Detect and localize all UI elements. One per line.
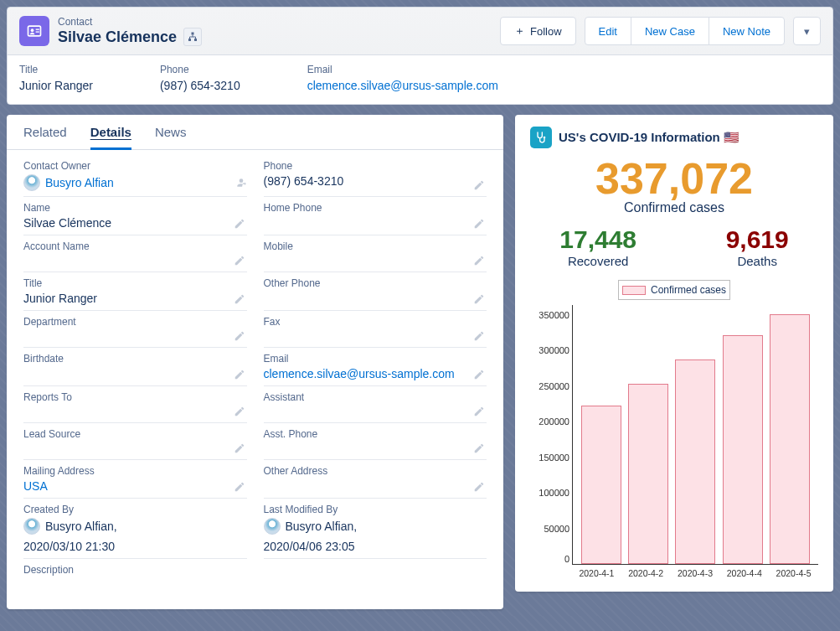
field-mobile: Mobile xyxy=(264,235,487,272)
svg-rect-3 xyxy=(36,31,39,32)
created-by-link[interactable]: Busyro Alfian xyxy=(45,520,114,533)
field-department: Department xyxy=(23,311,247,348)
new-note-button[interactable]: New Note xyxy=(709,17,785,45)
field-asst-phone: Asst. Phone xyxy=(264,423,487,460)
edit-icon[interactable] xyxy=(234,369,245,380)
svg-rect-6 xyxy=(194,39,197,41)
chart-bars xyxy=(573,305,818,564)
created-by-date: 2020/03/10 21:30 xyxy=(23,540,247,553)
edit-icon[interactable] xyxy=(234,406,245,417)
edit-icon[interactable] xyxy=(473,293,485,305)
details-card: Related Details News Contact Owner Busyr… xyxy=(7,115,503,609)
edit-icon[interactable] xyxy=(234,255,245,266)
edit-icon[interactable] xyxy=(473,481,485,493)
highlights-panel: Title Junior Ranger Phone (987) 654-3210… xyxy=(8,54,832,104)
covid-widget: US's COVID-19 Information 🇺🇸 337,072 Con… xyxy=(515,115,833,592)
edit-icon[interactable] xyxy=(234,330,245,342)
edit-icon[interactable] xyxy=(234,293,245,305)
edit-icon[interactable] xyxy=(473,218,485,230)
svg-rect-4 xyxy=(192,33,194,35)
legend-swatch xyxy=(622,286,646,295)
hl-title-value: Junior Ranger xyxy=(19,79,93,92)
widget-title: US's COVID-19 Information 🇺🇸 xyxy=(559,130,740,145)
field-phone: Phone (987) 654-3210 xyxy=(264,155,487,197)
edit-icon[interactable] xyxy=(234,481,245,493)
recovered-value: 17,448 xyxy=(559,225,636,254)
field-birthdate: Birthdate xyxy=(23,348,247,386)
hierarchy-icon[interactable] xyxy=(183,28,202,46)
contact-icon xyxy=(19,16,49,46)
field-other-address: Other Address xyxy=(264,460,487,499)
field-home-phone: Home Phone xyxy=(264,197,487,235)
chart-bar xyxy=(628,384,668,564)
chart-legend: Confirmed cases xyxy=(618,280,730,300)
bar-chart: Confirmed cases 350000300000250000200000… xyxy=(515,280,833,592)
hl-email-value[interactable]: clemence.silvae@ursus-sample.com xyxy=(307,79,498,92)
object-label: Contact xyxy=(58,16,202,28)
plus-icon: ＋ xyxy=(514,23,525,39)
edit-icon[interactable] xyxy=(473,369,485,380)
change-owner-icon[interactable] xyxy=(235,177,247,189)
avatar-icon xyxy=(264,518,281,535)
edit-button[interactable]: Edit xyxy=(585,17,631,45)
field-account-name: Account Name xyxy=(23,235,247,272)
contact-owner-link[interactable]: Busyro Alfian xyxy=(45,176,114,189)
last-modified-by-date: 2020/04/06 23:05 xyxy=(264,540,487,553)
field-title: Title Junior Ranger xyxy=(23,272,247,311)
recovered-label: Recovered xyxy=(559,254,636,268)
edit-icon[interactable] xyxy=(473,406,485,417)
record-name: Silvae Clémence xyxy=(58,28,177,46)
chevron-down-icon: ▾ xyxy=(804,25,810,38)
field-reports-to: Reports To xyxy=(23,386,247,423)
svg-point-1 xyxy=(31,28,34,32)
edit-icon[interactable] xyxy=(473,330,485,342)
confirmed-cases-value: 337,072 xyxy=(515,153,833,204)
new-case-button[interactable]: New Case xyxy=(631,17,709,45)
field-fax: Fax xyxy=(264,311,487,348)
tab-news[interactable]: News xyxy=(155,125,187,149)
email-link[interactable]: clemence.silvae@ursus-sample.com xyxy=(264,367,455,380)
chart-bar xyxy=(770,314,810,564)
follow-button[interactable]: ＋ Follow xyxy=(500,17,576,45)
tab-bar: Related Details News xyxy=(7,115,503,150)
field-description: Description xyxy=(23,559,487,596)
edit-icon[interactable] xyxy=(473,179,485,191)
chart-bar xyxy=(723,335,763,564)
svg-rect-2 xyxy=(36,29,39,30)
field-lead-source: Lead Source xyxy=(23,423,247,460)
chart-bar xyxy=(675,359,715,564)
edit-icon[interactable] xyxy=(234,442,245,454)
field-created-by: Created By Busyro Alfian, 2020/03/10 21:… xyxy=(23,499,247,559)
tab-details[interactable]: Details xyxy=(90,125,131,150)
chart-y-axis: 3500003000002500002000001500001000005000… xyxy=(526,305,569,564)
avatar-icon xyxy=(23,174,40,191)
tab-related[interactable]: Related xyxy=(23,125,67,149)
edit-icon[interactable] xyxy=(234,218,245,230)
field-contact-owner: Contact Owner Busyro Alfian xyxy=(23,155,247,197)
field-last-modified-by: Last Modified By Busyro Alfian, 2020/04/… xyxy=(264,499,487,559)
action-bar: ＋ Follow Edit New Case New Note ▾ xyxy=(500,17,821,45)
svg-point-7 xyxy=(544,137,546,139)
field-name: Name Silvae Clémence xyxy=(23,197,247,235)
edit-icon[interactable] xyxy=(473,255,485,266)
field-email: Email clemence.silvae@ursus-sample.com xyxy=(264,348,487,386)
hl-phone-label: Phone xyxy=(160,64,240,75)
record-header: Contact Silvae Clémence ＋ Follow Edit Ne… xyxy=(7,7,833,105)
stethoscope-icon xyxy=(530,127,552,148)
chart-bar xyxy=(581,406,621,564)
hl-email-label: Email xyxy=(307,64,498,75)
last-modified-by-link[interactable]: Busyro Alfian xyxy=(286,520,354,533)
hl-phone-value: (987) 654-3210 xyxy=(160,79,240,92)
edit-icon[interactable] xyxy=(473,442,485,454)
deaths-value: 9,619 xyxy=(726,225,789,254)
mailing-address-link[interactable]: USA xyxy=(23,479,48,493)
avatar-icon xyxy=(23,518,40,535)
field-mailing-address: Mailing Address USA xyxy=(23,460,247,499)
legend-label: Confirmed cases xyxy=(651,284,726,296)
hl-title-label: Title xyxy=(19,64,93,75)
more-actions-button[interactable]: ▾ xyxy=(793,17,821,45)
deaths-label: Deaths xyxy=(726,254,789,268)
field-other-phone: Other Phone xyxy=(264,272,487,311)
confirmed-cases-label: Confirmed cases xyxy=(515,200,833,215)
chart-x-axis: 2020-4-12020-4-22020-4-32020-4-42020-4-5 xyxy=(572,565,818,578)
